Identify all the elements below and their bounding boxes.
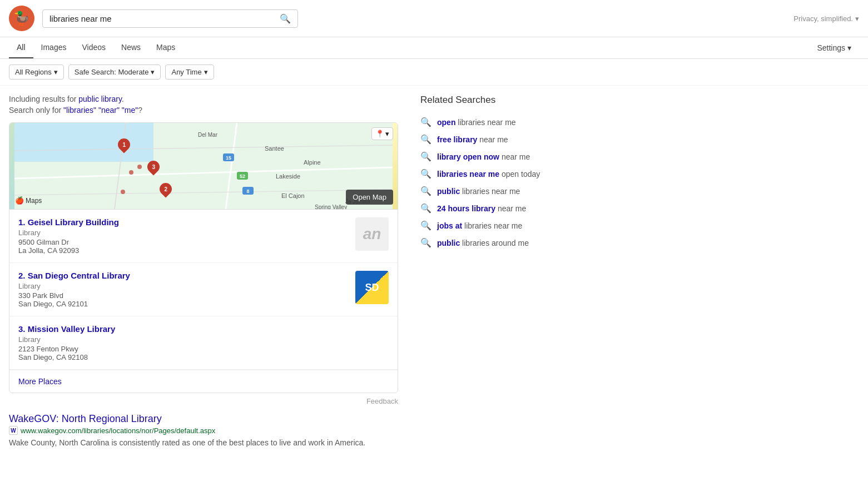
web-result-title-link[interactable]: WakeGOV: North Regional Library	[9, 413, 398, 425]
place-3-name: Mission Valley Library	[28, 324, 116, 334]
svg-rect-2	[14, 123, 153, 162]
header: 🦆 🔍 Privacy, simplified. ▾	[0, 0, 868, 37]
search-mag-icon-6: 🔍	[420, 220, 431, 231]
place-2-thumb-text: SD	[365, 282, 379, 294]
map-container: 15 52 8 Santee Lakeside Alpine El Cajon …	[9, 123, 398, 210]
related-text-3: libraries near me open today	[437, 170, 540, 178]
map-area: 15 52 8 Santee Lakeside Alpine El Cajon …	[9, 123, 398, 209]
related-item-5[interactable]: 🔍 24 hours library near me	[420, 200, 658, 217]
place-2-type: Library	[18, 282, 349, 290]
map-pin-3[interactable]: 3	[147, 161, 160, 173]
related-text-6: jobs at libraries near me	[437, 221, 522, 230]
web-result-url-text: www.wakegov.com/libraries/locations/nor/…	[21, 426, 215, 435]
dropdown-arrow: ▾	[385, 130, 389, 138]
svg-text:52: 52	[240, 173, 245, 179]
svg-text:15: 15	[226, 155, 231, 161]
places-box: 15 52 8 Santee Lakeside Alpine El Cajon …	[9, 122, 398, 393]
region-dropdown-icon: ▾	[54, 68, 58, 76]
apple-maps-label: 🍎 Maps	[15, 196, 42, 205]
main-layout: Including results for public library. Se…	[0, 86, 667, 458]
place-2-address-2: San Diego, CA 92101	[18, 300, 349, 308]
nav-tabs: All Images Videos News Maps Settings ▾	[0, 37, 868, 59]
related-item-0[interactable]: 🔍 open libraries near me	[420, 113, 658, 131]
place-2-name-link[interactable]: 2. San Diego Central Library	[18, 271, 349, 280]
feedback-link[interactable]: Feedback	[366, 397, 398, 405]
place-2-name: San Diego Central Library	[28, 271, 130, 280]
search-icon[interactable]: 🔍	[280, 13, 291, 24]
map-pin-1[interactable]: 1	[118, 138, 130, 151]
place-1-type: Library	[18, 229, 349, 237]
related-text-5: 24 hours library near me	[437, 204, 526, 213]
place-1-name-link[interactable]: 1. Geisel Library Building	[18, 217, 349, 227]
settings-dropdown-icon: ▾	[847, 43, 851, 52]
related-text-0: open libraries near me	[437, 118, 516, 127]
svg-text:8: 8	[246, 189, 249, 194]
place-2-number: 2.	[18, 271, 28, 280]
place-2-info: 2. San Diego Central Library Library 330…	[18, 271, 349, 308]
related-text-7: public libraries around me	[437, 239, 529, 247]
place-1-thumb-text: an	[363, 225, 381, 243]
tab-videos[interactable]: Videos	[74, 37, 113, 58]
search-mag-icon-2: 🔍	[420, 151, 431, 162]
tab-news[interactable]: News	[113, 37, 148, 58]
search-input[interactable]	[49, 14, 280, 23]
feedback-row: Feedback	[9, 396, 398, 405]
related-text-4: public libraries near me	[437, 187, 520, 196]
privacy-text[interactable]: Privacy, simplified. ▾	[793, 14, 859, 23]
place-3-number: 3.	[18, 324, 28, 334]
related-item-3[interactable]: 🔍 libraries near me open today	[420, 165, 658, 182]
apple-logo-icon: 🍎	[15, 196, 24, 205]
duck-icon: 🦆	[13, 11, 30, 26]
safe-search-filter[interactable]: Safe Search: Moderate ▾	[68, 65, 161, 80]
place-item-2: 2. San Diego Central Library Library 330…	[9, 263, 398, 316]
place-2-thumbnail: SD	[355, 271, 389, 304]
tab-images[interactable]: Images	[33, 37, 75, 58]
map-pin-2[interactable]: 2	[160, 183, 172, 195]
place-1-thumbnail: an	[355, 217, 389, 251]
svg-text:Lakeside: Lakeside	[276, 173, 300, 180]
tab-all[interactable]: All	[9, 37, 33, 58]
search-only-link[interactable]: "libraries" "near" "me"	[63, 106, 138, 115]
svg-text:Spring Valley: Spring Valley	[315, 204, 347, 209]
public-library-link[interactable]: public library	[78, 95, 122, 103]
open-map-button[interactable]: Open Map	[346, 190, 393, 205]
web-result: WakeGOV: North Regional Library W www.wa…	[9, 413, 398, 449]
region-filter[interactable]: All Regions ▾	[9, 65, 64, 80]
place-1-address-2: La Jolla, CA 92093	[18, 246, 349, 255]
more-places-row: More Places	[9, 370, 398, 393]
related-item-7[interactable]: 🔍 public libraries around me	[420, 234, 658, 251]
web-result-snippet: Wake County, North Carolina is consisten…	[9, 437, 398, 449]
related-item-4[interactable]: 🔍 public libraries near me	[420, 182, 658, 200]
search-only-text: Search only for "libraries" "near" "me"?	[9, 106, 398, 115]
tab-maps[interactable]: Maps	[148, 37, 183, 58]
svg-text:El Cajon: El Cajon	[281, 192, 305, 199]
related-searches-title: Related Searches	[420, 95, 658, 106]
logo[interactable]: 🦆	[9, 6, 34, 31]
location-icon-button[interactable]: 📍 ▾	[371, 127, 393, 140]
place-3-type: Library	[18, 335, 389, 344]
right-column: Related Searches 🔍 open libraries near m…	[420, 95, 658, 449]
settings-button[interactable]: Settings ▾	[809, 38, 859, 58]
place-3-info: 3. Mission Valley Library Library 2123 F…	[18, 324, 389, 361]
related-item-1[interactable]: 🔍 free library near me	[420, 131, 658, 148]
place-1-number: 1.	[18, 217, 28, 227]
left-column: Including results for public library. Se…	[9, 95, 398, 449]
w-icon: W	[9, 426, 18, 435]
related-item-6[interactable]: 🔍 jobs at libraries near me	[420, 217, 658, 234]
place-3-name-link[interactable]: 3. Mission Valley Library	[18, 324, 389, 334]
related-item-2[interactable]: 🔍 library open now near me	[420, 148, 658, 165]
place-3-address-1: 2123 Fenton Pkwy	[18, 345, 389, 353]
place-2-address-1: 330 Park Blvd	[18, 291, 349, 300]
filters-bar: All Regions ▾ Safe Search: Moderate ▾ An…	[0, 59, 868, 86]
privacy-dropdown-icon: ▾	[855, 14, 859, 23]
search-mag-icon-4: 🔍	[420, 186, 431, 196]
related-text-2: library open now near me	[437, 152, 530, 161]
search-mag-icon-5: 🔍	[420, 203, 431, 214]
search-box: 🔍	[42, 9, 298, 28]
place-item-3: 3. Mission Valley Library Library 2123 F…	[9, 316, 398, 370]
search-mag-icon-0: 🔍	[420, 117, 431, 127]
time-filter[interactable]: Any Time ▾	[165, 65, 214, 80]
search-mag-icon-7: 🔍	[420, 237, 431, 248]
related-text-1: free library near me	[437, 135, 508, 144]
more-places-link[interactable]: More Places	[18, 377, 62, 386]
